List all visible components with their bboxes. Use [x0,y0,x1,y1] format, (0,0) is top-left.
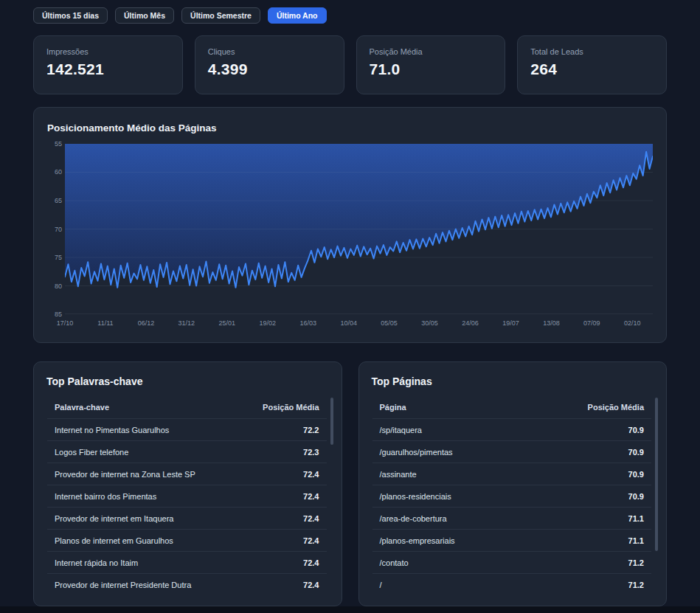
keyword-cell: Provedor de internet Presidente Dutra [55,581,191,589]
x-tick-label-16-03: 16/03 [299,319,316,327]
filter-button-ultimo-ano[interactable]: Último Ano [268,7,327,24]
stat-card-impressoes: Impressões 142.521 [33,35,183,94]
table-row: Planos de internet em Guarulhos72.4 [47,529,327,551]
position-value-cell: 71.2 [628,581,644,589]
chart-y-axis: 55606570758085 [47,144,65,314]
chart-x-axis: 17/1011/1106/1231/1225/0119/0216/0310/04… [65,319,653,328]
table-row: /71.2 [372,573,652,595]
stat-card-cliques: Cliques 4.399 [195,35,344,94]
x-tick-label-19-02: 19/02 [259,319,276,327]
table-rows: /sp/itaquera70.9/guarulhos/pimentas70.9/… [372,418,652,595]
y-tick-label-70: 70 [55,226,62,233]
page-cell: /assinante [380,470,417,479]
filter-button-ultimo-mes[interactable]: Último Mês [115,7,174,24]
keyword-cell: Provedor de internet na Zona Leste SP [55,470,195,479]
table-row: /guarulhos/pimentas70.9 [372,440,652,463]
keyword-cell: Internet bairro dos Pimentas [55,492,156,501]
table-row: Provedor de internet em Itaquera72.4 [47,507,327,529]
stat-value: 264 [530,60,654,78]
position-value-cell: 72.3 [303,448,319,457]
y-tick-label-85: 85 [55,311,62,318]
x-tick-label-11-11: 11/11 [97,319,113,327]
position-value-cell: 71.1 [628,514,644,523]
chart-area-fill [65,144,653,288]
position-value-cell: 70.9 [628,426,644,434]
stat-value: 142.521 [46,60,170,78]
table-header: Palavra-chave Posição Média [47,396,327,418]
position-value-cell: 70.9 [628,492,644,501]
tables-row: Top Palavras-chave Palavra-chave Posição… [33,361,667,606]
y-tick-label-75: 75 [55,254,62,261]
position-value-cell: 72.4 [303,536,319,545]
keyword-cell: Logos Fiber telefone [55,448,128,457]
x-tick-label-31-12: 31/12 [179,319,195,327]
position-value-cell: 72.4 [303,581,319,589]
position-value-cell: 72.4 [303,470,319,479]
y-tick-label-65: 65 [55,197,62,204]
table-row: /area-de-cobertura71.1 [372,507,652,529]
x-tick-label-19-07: 19/07 [502,319,519,327]
page-cell: /planos-residenciais [380,492,451,501]
table-row: Provedor de internet na Zona Leste SP72.… [47,463,327,485]
table-row: /sp/itaquera70.9 [372,418,652,440]
page-bottom-edge [0,606,700,613]
filter-button-ultimo-semestre[interactable]: Último Semestre [181,7,260,24]
table-title: Top Palavras-chave [46,375,342,387]
top-keywords-card: Top Palavras-chave Palavra-chave Posição… [33,361,342,606]
x-tick-label-07-09: 07/09 [583,319,600,327]
position-value-cell: 72.4 [303,558,319,567]
y-tick-label-60: 60 [55,168,62,176]
table-row: Internet rápida no Itaim72.4 [47,551,327,573]
scrollbar-thumb[interactable] [655,398,658,551]
table-row: Logos Fiber telefone72.3 [47,440,327,463]
x-tick-label-10-04: 10/04 [340,319,357,327]
filter-button-ultimos-15-dias[interactable]: Últimos 15 dias [33,7,108,24]
page-cell: / [380,581,382,589]
x-tick-label-30-05: 30/05 [421,319,438,327]
keyword-cell: Provedor de internet em Itaquera [55,514,173,523]
stat-cards-row: Impressões 142.521 Cliques 4.399 Posição… [33,35,667,94]
pages-table: Página Posição Média /sp/itaquera70.9/gu… [372,396,652,595]
stat-label: Impressões [46,47,170,56]
top-pages-card: Top Páginas Página Posição Média /sp/ita… [358,361,668,606]
y-tick-label-55: 55 [55,140,62,148]
table-row: /planos-empresariais71.1 [372,529,652,551]
scrollbar-thumb[interactable] [330,398,333,445]
table-row: Internet bairro dos Pimentas72.4 [47,485,327,507]
x-tick-label-05-05: 05/05 [381,319,398,327]
stat-label: Cliques [208,47,331,56]
page-cell: /planos-empresariais [380,536,455,545]
page-cell: /contato [380,558,409,567]
stat-card-posicao-media: Posição Média 71.0 [356,35,506,94]
page-cell: /guarulhos/pimentas [380,448,453,457]
keyword-cell: Planos de internet em Guarulhos [55,536,173,545]
table-header: Página Posição Média [372,396,652,418]
chart-body: 55606570758085 [47,144,653,314]
position-value-cell: 70.9 [628,470,644,479]
table-rows: Internet no Pimentas Guarulhos72.2Logos … [47,418,327,595]
line-chart [65,144,653,314]
keyword-cell: Internet rápida no Itaim [55,558,138,567]
x-tick-label-17-10: 17/10 [57,319,74,327]
average-position-chart-card: Posicionamento Médio das Páginas 5560657… [33,107,667,343]
x-tick-label-06-12: 06/12 [138,319,155,327]
position-value-cell: 72.4 [303,492,319,501]
y-tick-label-80: 80 [55,283,62,290]
page-cell: /sp/itaquera [380,426,422,434]
chart-plot-area [65,144,653,314]
chart-title: Posicionamento Médio das Páginas [47,122,653,134]
position-value-cell: 72.2 [303,426,319,434]
position-value-cell: 71.1 [628,536,644,545]
table-row: /contato71.2 [372,551,652,573]
stat-card-total-de-leads: Total de Leads 264 [517,35,667,94]
table-row: /assinante70.9 [372,463,652,485]
date-range-filters: Últimos 15 dias Último Mês Último Semest… [33,7,667,24]
x-tick-label-24-06: 24/06 [462,319,479,327]
position-value-cell: 72.4 [303,514,319,523]
stat-value: 71.0 [370,60,493,78]
table-row: Internet no Pimentas Guarulhos72.2 [47,418,327,440]
stat-value: 4.399 [208,60,331,78]
stat-label: Total de Leads [530,47,654,56]
table-title: Top Páginas [372,375,667,387]
position-value-cell: 71.2 [628,558,644,567]
